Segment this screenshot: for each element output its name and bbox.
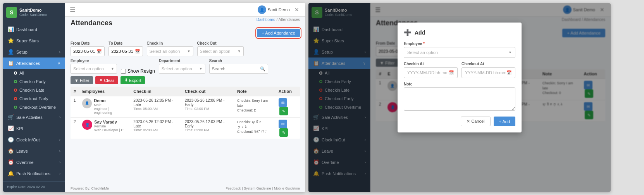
modal-note-textarea[interactable]: [404, 87, 515, 111]
leave-chevron: ›: [59, 149, 60, 153]
sidebar-item-dashboard[interactable]: 📊 Dashboard: [3, 24, 65, 35]
from-calendar-icon[interactable]: 📅: [96, 49, 102, 54]
employee-select[interactable]: Select an option ▼: [71, 64, 117, 74]
system-guideline-link[interactable]: System Guideline: [244, 186, 271, 190]
clear-icon: ✕: [99, 78, 103, 83]
sidebar-item-superstars[interactable]: ⭐ Super Stars: [3, 35, 65, 46]
sidebar-item-attendances[interactable]: 📋 Attendances ∨: [3, 57, 65, 69]
msg-button[interactable]: ✉: [279, 98, 287, 107]
page-footer: Powered By: CheckInMe Feedback | System …: [65, 185, 305, 192]
show-resign-group: Show Resign: [121, 59, 155, 74]
department-group: Department Select an option ▼: [159, 59, 205, 74]
feedback-link[interactable]: Feedback: [226, 186, 241, 190]
export-button[interactable]: ⬇ Export: [121, 76, 145, 84]
search-input[interactable]: 🔍: [209, 64, 268, 74]
to-date-label: To Date: [108, 41, 143, 45]
sidebar-item-push[interactable]: 🔔 Push Notifications ›: [3, 168, 65, 179]
modal-checkout-calendar[interactable]: 📅: [506, 70, 512, 75]
modal-overlay: ➕ Add Employee * Select an option ▼ Chec…: [308, 3, 611, 192]
sub-item-checkin-early[interactable]: Checkin Early: [3, 77, 65, 86]
to-date-input[interactable]: 2023-05-31 📅: [108, 46, 143, 56]
filter-row-2: Employee Select an option ▼ Show Resign …: [71, 59, 300, 74]
sub-label-checkin-late: Checkin Late: [19, 88, 44, 92]
modal-checkin-calendar[interactable]: 📅: [449, 70, 454, 75]
to-date-value: 2023-05-31: [111, 49, 133, 54]
clear-button[interactable]: ✕ Clear: [95, 76, 118, 84]
modal-checkin-input[interactable]: YYYY-MM-DD hh:mm 📅: [404, 67, 458, 78]
brand-area: S SanitDemo Code: SanitDemo: [3, 3, 65, 22]
checkinme-link[interactable]: CheckInMe: [91, 186, 109, 190]
sidebar-item-kpi[interactable]: 📈 KPI: [3, 123, 65, 134]
kpi-icon: 📈: [8, 125, 13, 131]
breadcrumb-dashboard[interactable]: Dashboard: [257, 17, 276, 22]
checkin-early-dot: [14, 80, 17, 83]
mobile-guideline-link[interactable]: Mobile Guideline: [274, 186, 300, 190]
modal-cancel-button[interactable]: ✕ Cancel: [461, 117, 490, 126]
hamburger-icon[interactable]: ☰: [70, 6, 75, 14]
from-date-input[interactable]: 2023-05-01 📅: [71, 46, 105, 56]
attendance-table: # Employees Check-in Check-out Note Acti…: [71, 87, 300, 139]
search-field[interactable]: [212, 66, 258, 71]
edit-button[interactable]: ✎: [279, 107, 288, 115]
sidebar-label-setup: Setup: [16, 50, 56, 54]
show-resign-checkbox[interactable]: [121, 69, 126, 74]
modal-employee-label: Employee *: [404, 42, 515, 46]
msg-button-2[interactable]: ✉: [279, 120, 287, 128]
cell-num: 2: [71, 118, 79, 139]
brand-code: Code: SanitDemo: [19, 13, 47, 17]
modal-note-label: Note: [404, 82, 515, 86]
department-label: Department: [159, 59, 205, 63]
sub-label-checkout-overtime: Checkout Overtime: [19, 105, 56, 110]
sidebar-label-sale: Sale Activities: [16, 115, 56, 120]
filter-button[interactable]: ▼ Filter: [71, 76, 93, 84]
emp-name: Demo: [94, 98, 127, 103]
sidebar-item-clock[interactable]: 🕐 Clock In/Out ›: [3, 134, 65, 145]
to-date-group: To Date 2023-05-31 📅: [108, 41, 143, 56]
checkin-label: Check In: [147, 41, 193, 45]
emp-role: engineer | engineering: [94, 107, 127, 115]
to-calendar-icon[interactable]: 📅: [135, 49, 140, 54]
dashboard-icon: 📊: [8, 26, 13, 32]
modal-datetime-row: Checkin At YYYY-MM-DD hh:mm 📅 Checkout A…: [404, 62, 515, 82]
sidebar-item-setup[interactable]: 👤 Setup ›: [3, 46, 65, 57]
checkout-select[interactable]: Select an option ▼: [197, 46, 244, 56]
modal-header: ➕ Add: [404, 29, 515, 36]
department-select[interactable]: Select an option ▼: [159, 64, 205, 74]
add-attendance-button[interactable]: + Add Attendance: [257, 29, 300, 37]
checkout-early-dot: [14, 97, 17, 100]
right-panel: S SanitDemo Code: SanitDemo 📊 Dashboard …: [308, 3, 611, 192]
expire-text: Expire Date: 2024-02-20: [7, 185, 61, 189]
dept-placeholder: Select an option: [162, 66, 192, 71]
sidebar-item-overtime[interactable]: ⏰ Overtime ›: [3, 157, 65, 168]
sub-item-checkin-late[interactable]: Checkin Late: [3, 86, 65, 94]
close-icon[interactable]: ✕: [293, 6, 301, 14]
employee-group: Employee Select an option ▼: [71, 59, 117, 74]
sub-item-checkout-overtime[interactable]: Checkout Overtime: [3, 103, 65, 111]
col-checkout: Check-out: [182, 87, 234, 96]
leave-icon: 🏠: [8, 148, 13, 154]
required-star: *: [423, 42, 425, 46]
breadcrumb-current: Attendances: [278, 17, 300, 22]
modal-footer: ✕ Cancel + Add: [404, 117, 515, 126]
push-chevron: ›: [59, 172, 60, 176]
export-icon: ⬇: [124, 78, 128, 83]
search-icon[interactable]: 🔍: [260, 66, 265, 71]
edit-button-2[interactable]: ✎: [279, 128, 288, 137]
cell-action: ✉ ✎: [276, 96, 300, 118]
modal-add-icon: ➕: [404, 29, 412, 36]
brand-name: SanitDemo: [19, 8, 47, 13]
show-resign-label: Show Resign: [127, 68, 155, 74]
col-note: Note: [234, 87, 276, 96]
sidebar-item-leave[interactable]: 🏠 Leave ›: [3, 145, 65, 157]
checkin-select[interactable]: Select an option ▼: [147, 46, 193, 56]
modal-checkout-input[interactable]: YYYY-MM-DD hh:mm 📅: [461, 67, 515, 78]
sidebar-item-sale[interactable]: 🛒 Sale Activities ›: [3, 111, 65, 123]
sub-item-checkout-early[interactable]: Checkout Early: [3, 94, 65, 103]
modal-employee-select[interactable]: Select an option ▼: [404, 47, 515, 58]
modal-checkout-field: Checkout At YYYY-MM-DD hh:mm 📅: [461, 62, 515, 78]
push-icon: 🔔: [8, 171, 13, 176]
cell-employee: 👤 Demo Male engineer | engineering: [79, 96, 130, 118]
cell-num: 1: [71, 96, 79, 118]
sub-item-all[interactable]: All: [3, 69, 65, 77]
modal-add-button[interactable]: + Add: [494, 117, 515, 126]
